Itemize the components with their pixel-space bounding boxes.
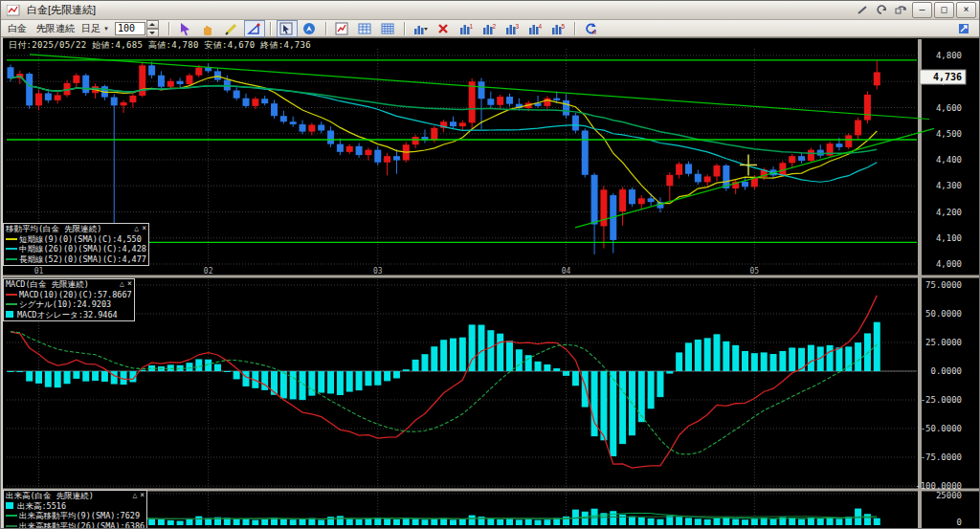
volume-legend-close-icon[interactable]: × (140, 491, 145, 501)
svg-text:4,400: 4,400 (936, 155, 962, 165)
legend-swatch-square-icon (6, 502, 13, 509)
last-price-tag: 4,736 (920, 70, 966, 84)
macd-lines (11, 296, 877, 468)
macd-legend-close-icon[interactable]: × (127, 279, 132, 290)
svg-text:04: 04 (562, 267, 571, 276)
legend-item: MACDオシレータ:32.9464 (6, 310, 132, 320)
svg-text:4,000: 4,000 (936, 259, 962, 269)
legend-item: 中期線(26)(0)(SMA)(C):4,428 (6, 244, 146, 254)
month-labels: 0102030405 (34, 267, 760, 276)
svg-text:4,200: 4,200 (936, 208, 962, 217)
legend-swatch-line-icon (6, 238, 17, 240)
macd-legend-title: MACD(白金 先限連続) (6, 279, 89, 290)
legend-label: MACD(10)(20)(C):57.8667 (19, 290, 132, 300)
svg-text:4,100: 4,100 (936, 233, 962, 243)
app-window: 4,8004,7004,6004,5004,4004,3004,2004,100… (0, 0, 980, 529)
svg-text:25.0000: 25.0000 (925, 338, 962, 347)
ma-legend-panel: 移動平均(白金 先限連続) △ × 短期線(9)(0)(SMA)(C):4,55… (3, 223, 149, 266)
legend-swatch-dash-icon (6, 303, 17, 305)
svg-text:-75.0000: -75.0000 (921, 452, 962, 462)
volume-legend-title: 出来高(白金 先限連続) (6, 491, 94, 501)
volume-legend-minimize-icon[interactable]: △ (133, 491, 138, 501)
svg-text:4,736: 4,736 (933, 72, 962, 82)
legend-item: 長期線(52)(0)(SMA)(C):4,477 (6, 254, 146, 265)
svg-text:75.0000: 75.0000 (925, 280, 962, 290)
legend-item: MACD(10)(20)(C):57.8667 (6, 290, 132, 300)
legend-item: 出来高:5516 (6, 501, 145, 512)
svg-text:-25.0000: -25.0000 (921, 395, 962, 405)
legend-label: 出来高移動平均(9)(SMA):7629 (19, 511, 140, 521)
legend-label: シグナル(10):24.9203 (19, 299, 111, 310)
legend-swatch-dash-icon (6, 294, 17, 296)
volume-legend-panel: 出来高(白金 先限連続) △ × 出来高:5516出来高移動平均(9)(SMA)… (3, 490, 147, 529)
legend-item: 出来高移動平均(9)(SMA):7629 (6, 511, 145, 521)
grid-lines (7, 49, 917, 527)
svg-text:50.0000: 50.0000 (925, 309, 962, 319)
ma-legend-minimize-icon[interactable]: △ (134, 224, 139, 234)
legend-item: 短期線(9)(0)(SMA)(C):4,550 (6, 234, 146, 245)
svg-text:-50.0000: -50.0000 (921, 424, 962, 433)
ma-legend-title: 移動平均(白金 先限連続) (6, 224, 101, 234)
legend-label: 中期線(26)(0)(SMA)(C):4,428 (19, 244, 146, 254)
legend-label: 出来高移動平均(26)(SMA):6386 (19, 521, 145, 529)
svg-text:01: 01 (34, 267, 44, 276)
legend-label: MACDオシレータ:32.9464 (17, 310, 118, 320)
legend-swatch-dash-icon (6, 248, 17, 250)
ohlc-info-line: 日付:2025/05/22 始値:4,685 高値:4,780 安値:4,670… (9, 39, 311, 52)
svg-text:02: 02 (204, 267, 213, 276)
legend-swatch-line-icon (6, 525, 17, 527)
ma-legend-close-icon[interactable]: × (142, 224, 146, 234)
axis-labels: 4,8004,7004,6004,5004,4004,3004,2004,100… (915, 51, 962, 527)
svg-text:03: 03 (373, 267, 383, 276)
legend-swatch-line-icon (6, 515, 17, 517)
legend-swatch-line-icon (6, 258, 17, 260)
legend-label: 長期線(52)(0)(SMA)(C):4,477 (19, 254, 146, 265)
legend-swatch-square-icon (6, 311, 13, 318)
legend-item: シグナル(10):24.9203 (6, 299, 132, 310)
macd-legend-panel: MACD(白金 先限連続) △ × MACD(10)(20)(C):57.866… (3, 278, 135, 321)
svg-text:4,500: 4,500 (936, 129, 962, 139)
legend-label: 出来高:5516 (17, 501, 66, 512)
macd-histogram (7, 322, 917, 456)
svg-text:0: 0 (957, 518, 962, 527)
svg-text:-100.0000: -100.0000 (915, 481, 962, 491)
svg-text:4,300: 4,300 (936, 181, 962, 190)
svg-text:05: 05 (750, 267, 760, 276)
legend-label: 短期線(9)(0)(SMA)(C):4,550 (19, 234, 142, 245)
svg-text:4,800: 4,800 (936, 51, 962, 60)
legend-item: 出来高移動平均(26)(SMA):6386 (6, 521, 145, 529)
macd-legend-minimize-icon[interactable]: △ (120, 279, 124, 290)
svg-text:25000: 25000 (936, 491, 962, 500)
svg-text:0.0000: 0.0000 (930, 366, 962, 376)
svg-text:4,600: 4,600 (936, 103, 962, 113)
